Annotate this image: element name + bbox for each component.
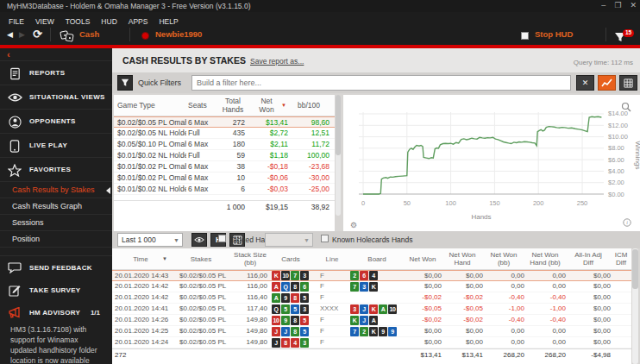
player-tab[interactable]: Newbie1990 [155, 24, 202, 45]
hands-table-row[interactable]: 20.01.2020 14:26 $0.02/$0.05 PL 149,80 1… [112, 315, 631, 326]
cell-net-won-hand-bb: 0,00 [524, 271, 566, 280]
col-icm-diff[interactable]: ICM Diff [611, 248, 631, 269]
clear-filter-button[interactable]: ✕ [576, 75, 594, 91]
sidebar-item-sessions[interactable]: Sessions [0, 215, 112, 231]
back-icon[interactable]: ◀ [7, 24, 13, 45]
card-5h: 5 [300, 316, 309, 325]
col-game-type[interactable]: Game Type [114, 95, 186, 116]
stakes-table-row[interactable]: $0.01/$0.02 PL Omaha 6 Max 10 -$0,06 -30… [114, 173, 335, 184]
cell-icm-diff [611, 281, 631, 292]
graph-view-button[interactable] [598, 75, 616, 91]
hm-advisory-button[interactable]: HM ADVISORY 1/1 [0, 301, 112, 323]
chart-settings-gear-icon[interactable]: ⚙ [350, 221, 357, 229]
close-button[interactable]: ✕ [630, 0, 637, 12]
hands-table-row[interactable]: 20.01.2020 14:24 $0.02/$0.05 PL 149,80 J… [112, 337, 631, 348]
filter-input[interactable] [191, 75, 571, 91]
col-net-won[interactable]: Net Won ▼ [245, 95, 288, 116]
cell-game-type: $0.01/$0.02 NL Holdem [114, 150, 186, 160]
cell-stack-size: 116,00 [233, 271, 267, 280]
sidebar-item-position[interactable]: Position [0, 231, 112, 248]
col-cards[interactable]: Cards [267, 248, 314, 269]
cell-net-won-hand: $0,00 [442, 337, 483, 348]
card-Ac: A [379, 304, 387, 314]
col-net-won-hand-bb[interactable]: Net Won Hand (bb) [524, 248, 566, 269]
replayer-eye-button[interactable] [191, 233, 207, 247]
card-Jh: J [272, 327, 280, 336]
stakes-table-row[interactable]: $0.01/$0.02 NL Holdem 6 Max 6 -$0,03 -25… [114, 184, 335, 195]
tagged-hands-select[interactable]: ▼ [265, 233, 313, 247]
col-board[interactable]: Board [350, 248, 404, 269]
sort-desc-icon: ▼ [162, 256, 167, 261]
col-line[interactable]: Line [314, 248, 350, 269]
hands-table-row[interactable]: 20.01.2020 14:25 $0.02/$0.05 PL 149,80 J… [112, 326, 631, 337]
stakes-table-row[interactable]: $0.02/$0.05 NL Holdem Full 435 $2,72 12,… [114, 128, 335, 139]
known-holecards-checkbox[interactable] [321, 235, 329, 242]
hands-table-row[interactable]: 20.01.2020 14:42 $0.02/$0.05 PL 116,00 A… [112, 281, 631, 292]
reports-icon [0, 66, 29, 81]
stakes-vertical-scrollbar[interactable] [336, 95, 341, 216]
minimize-button[interactable]: – [601, 0, 605, 12]
sidebar-item-situational-views[interactable]: SITUATIONAL VIEWS [0, 85, 112, 110]
take-survey-button[interactable]: TAKE SURVEY [0, 279, 112, 301]
stop-hud-label[interactable]: Stop HUD [535, 24, 573, 45]
hands-vertical-scrollbar[interactable] [632, 248, 638, 364]
col-total-hands[interactable]: Total Hands [221, 95, 245, 116]
hands-range-select[interactable]: Last 1 000▼ [117, 233, 183, 247]
cell-board: KJA [350, 315, 404, 325]
stakes-table-row[interactable]: $0.05/$0.10 PL Omaha 6 Max 180 $2,11 11,… [114, 139, 335, 150]
cell-net-won-hand: $0,00 [442, 326, 483, 336]
col-time[interactable]: Time ▼ [112, 248, 169, 269]
tagged-hands-checkbox[interactable] [218, 235, 226, 242]
card-Ah: A [272, 282, 280, 292]
cell-net-won: $0,00 [404, 271, 442, 280]
col-seats[interactable]: Seats [186, 95, 221, 116]
svg-text:100: 100 [445, 199, 456, 207]
sidebar-item-live-play[interactable]: LIVE PLAY [0, 134, 112, 158]
cell-cards: 10985 [267, 315, 314, 325]
cell-net-won-hand-bb: 0,00 [524, 281, 566, 292]
hands-table-row[interactable]: 20.01.2020 14:42 $0.02/$0.05 PL 116,40 A… [112, 292, 631, 304]
sidebar-collapse-button[interactable]: ‹ [0, 48, 112, 61]
cell-game-type: $0.05/$0.10 PL Omaha [114, 139, 186, 149]
hands-table-row[interactable]: 20.01.2020 14:43 $0.02/$0.05 PL 116,00 K… [112, 270, 631, 281]
chart-info-icon[interactable]: i [623, 214, 631, 229]
send-feedback-button[interactable]: SEND FEEDBACK [0, 256, 112, 279]
cell-icm-diff [611, 292, 631, 303]
sidebar-item-cash-results-by-stakes[interactable]: Cash Results by Stakes [0, 182, 112, 198]
refresh-icon[interactable]: ⟳ [33, 24, 42, 45]
col-all-in-adj-diff[interactable]: All-In Adj Diff [566, 248, 611, 269]
col-net-won-bb[interactable]: Net Won (bb) [483, 248, 524, 269]
stop-hud-checkbox[interactable] [521, 25, 529, 46]
cell-total-hands: 59 [221, 150, 245, 160]
save-report-link[interactable]: Save report as... [250, 57, 304, 66]
forward-icon[interactable]: ▶ [19, 24, 25, 45]
stakes-table-row[interactable]: $0.02/$0.05 PL Omaha 6 Max 272 $13,41 98… [114, 116, 335, 128]
cell-bb100: 12,51 [288, 128, 333, 138]
sidebar-item-cash-results-graph[interactable]: Cash Results Graph [0, 198, 112, 215]
card-Ac: A [272, 293, 280, 303]
sidebar-item-favorites[interactable]: FAVORITES [0, 158, 112, 182]
sidebar-item-opponents[interactable]: OPPONENTS [0, 110, 112, 134]
sidebar-item-reports[interactable]: REPORTS [0, 61, 112, 85]
col-stakes[interactable]: Stakes [169, 248, 233, 269]
col-net-won-hand[interactable]: Net Won Hand [442, 248, 483, 269]
main-content: CASH RESULTS BY STAKES Save report as...… [112, 48, 640, 364]
quick-filters-button[interactable] [117, 75, 133, 91]
hands-table-row[interactable]: 20.01.2020 14:41 $0.02/$0.05 PL 117,40 Q… [112, 304, 631, 315]
stakes-table-row[interactable]: $0.01/$0.02 PL Omaha Fast 6 Max 38 -$0,1… [114, 161, 335, 173]
svg-text:$6.00: $6.00 [608, 156, 624, 164]
cell-stakes: $0.02/$0.05 PL [169, 271, 233, 280]
col-net-won[interactable]: Net Won [404, 248, 442, 269]
table-view-button[interactable] [619, 75, 637, 91]
col-bb100[interactable]: bb/100 [288, 95, 333, 116]
cash-tab[interactable]: Cash [79, 24, 99, 45]
maximize-button[interactable]: ❐ [614, 0, 621, 12]
card-7d: 7 [350, 327, 359, 336]
col-stack-size[interactable]: Stack Size (bb) [233, 248, 267, 269]
cell-board: 264 [350, 271, 404, 280]
cell-bb100: -25,00 [288, 184, 333, 194]
cell-bb100: -23,68 [288, 161, 333, 172]
megaphone-icon [0, 304, 29, 320]
stakes-table-row[interactable]: $0.01/$0.02 NL Holdem Full 59 $1,18 100,… [114, 150, 335, 161]
chart-zoom-icon[interactable] [621, 98, 631, 114]
